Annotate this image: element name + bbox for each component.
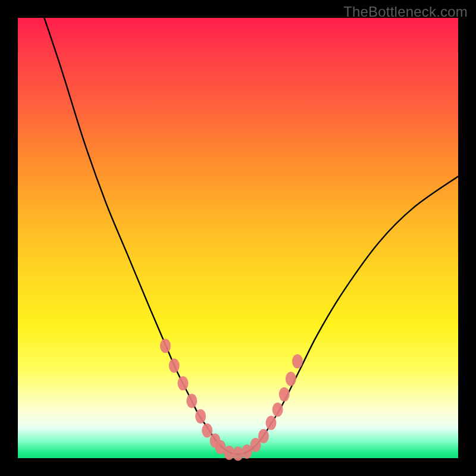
chart-stage: TheBottleneck.com [0,0,476,476]
curve-marker [186,394,197,408]
curve-marker [273,403,283,417]
chart-svg [18,18,458,458]
curve-marker [286,372,296,386]
curve-marker [169,359,180,373]
curve-marker [266,416,277,430]
curve-marker [195,409,206,424]
curve-marker [178,376,189,390]
bottleneck-curve [44,18,458,455]
curve-marker [292,354,303,368]
curve-marker [258,429,269,443]
plot-area [18,18,458,458]
curve-marker [202,423,212,437]
curve-markers [160,339,303,461]
curve-marker [279,387,290,402]
curve-marker [160,339,171,353]
